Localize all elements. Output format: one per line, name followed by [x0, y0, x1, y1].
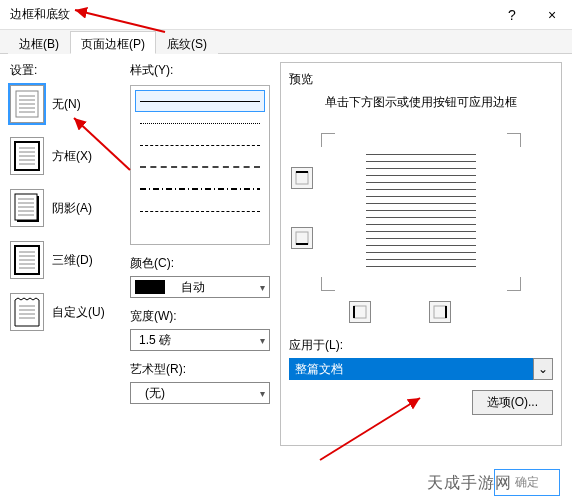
- settings-label: 设置:: [10, 62, 120, 79]
- titlebar: 边框和底纹 ? ×: [0, 0, 572, 30]
- preview-panel: 预览 单击下方图示或使用按钮可应用边框 应用于(L): 整篇文档 ⌄ 选项(O)…: [280, 62, 562, 446]
- setting-none-label: 无(N): [52, 96, 81, 113]
- options-button[interactable]: 选项(O)...: [472, 390, 553, 415]
- svg-rect-35: [434, 306, 446, 318]
- style-solid[interactable]: [135, 90, 265, 112]
- style-dashed-long[interactable]: [135, 200, 265, 222]
- setting-custom-label: 自定义(U): [52, 304, 105, 321]
- setting-shadow-icon: [10, 189, 44, 227]
- art-dropdown[interactable]: (无) ▾: [130, 382, 270, 404]
- close-button[interactable]: ×: [532, 0, 572, 30]
- tab-border[interactable]: 边框(B): [8, 31, 70, 54]
- color-dropdown[interactable]: 自动 ▾: [130, 276, 270, 298]
- style-dashed-small[interactable]: [135, 134, 265, 156]
- svg-rect-29: [296, 172, 308, 184]
- style-dashed-med[interactable]: [135, 156, 265, 178]
- width-label: 宽度(W):: [130, 308, 270, 325]
- border-left-button[interactable]: [349, 301, 371, 323]
- border-right-button[interactable]: [429, 301, 451, 323]
- width-dropdown[interactable]: 1.5 磅 ▾: [130, 329, 270, 351]
- setting-shadow-label: 阴影(A): [52, 200, 92, 217]
- color-label: 颜色(C):: [130, 255, 270, 272]
- chevron-down-icon: ▾: [260, 388, 265, 399]
- style-column: 样式(Y): 颜色(C): 自动 ▾ 宽度(W): 1.5 磅 ▾: [130, 62, 270, 446]
- border-bottom-button[interactable]: [291, 227, 313, 249]
- setting-box-label: 方框(X): [52, 148, 92, 165]
- footer: 确定: [494, 469, 560, 496]
- corner-marker-bl: [321, 277, 335, 291]
- color-swatch: [135, 280, 165, 294]
- width-value: 1.5 磅: [135, 332, 260, 349]
- setting-3d-icon: [10, 241, 44, 279]
- setting-3d-label: 三维(D): [52, 252, 93, 269]
- setting-shadow[interactable]: 阴影(A): [10, 189, 120, 227]
- corner-marker-tr: [507, 133, 521, 147]
- setting-custom-icon: [10, 293, 44, 331]
- help-button[interactable]: ?: [492, 0, 532, 30]
- svg-rect-33: [354, 306, 366, 318]
- setting-custom[interactable]: 自定义(U): [10, 293, 120, 331]
- chevron-down-icon: ▾: [260, 282, 265, 293]
- chevron-down-icon: ▾: [260, 335, 265, 346]
- apply-to-value: 整篇文档: [289, 358, 533, 380]
- style-dashdot[interactable]: [135, 178, 265, 200]
- art-label: 艺术型(R):: [130, 361, 270, 378]
- border-top-button[interactable]: [291, 167, 313, 189]
- tab-page-border[interactable]: 页面边框(P): [70, 31, 156, 54]
- settings-column: 设置: 无(N) 方框(X) 阴影(A) 三维(D): [10, 62, 120, 446]
- chevron-down-icon: ⌄: [533, 358, 553, 380]
- tab-shading[interactable]: 底纹(S): [156, 31, 218, 54]
- tab-bar: 边框(B) 页面边框(P) 底纹(S): [0, 30, 572, 54]
- preview-area[interactable]: [289, 127, 553, 297]
- window-title: 边框和底纹: [10, 6, 70, 23]
- setting-none[interactable]: 无(N): [10, 85, 120, 123]
- style-label: 样式(Y):: [130, 62, 270, 79]
- art-value: (无): [135, 385, 260, 402]
- preview-page-icon: [366, 154, 476, 269]
- preview-label: 预览: [289, 71, 553, 88]
- setting-box-icon: [10, 137, 44, 175]
- svg-rect-31: [296, 232, 308, 244]
- apply-to-dropdown[interactable]: 整篇文档 ⌄: [289, 358, 553, 380]
- style-dotted[interactable]: [135, 112, 265, 134]
- apply-to-label: 应用于(L):: [289, 337, 553, 354]
- setting-box[interactable]: 方框(X): [10, 137, 120, 175]
- corner-marker-br: [507, 277, 521, 291]
- color-value: 自动: [171, 279, 260, 296]
- corner-marker-tl: [321, 133, 335, 147]
- preview-hint: 单击下方图示或使用按钮可应用边框: [289, 94, 553, 111]
- setting-none-icon: [10, 85, 44, 123]
- style-listbox[interactable]: [130, 85, 270, 245]
- setting-3d[interactable]: 三维(D): [10, 241, 120, 279]
- ok-button[interactable]: 确定: [494, 469, 560, 496]
